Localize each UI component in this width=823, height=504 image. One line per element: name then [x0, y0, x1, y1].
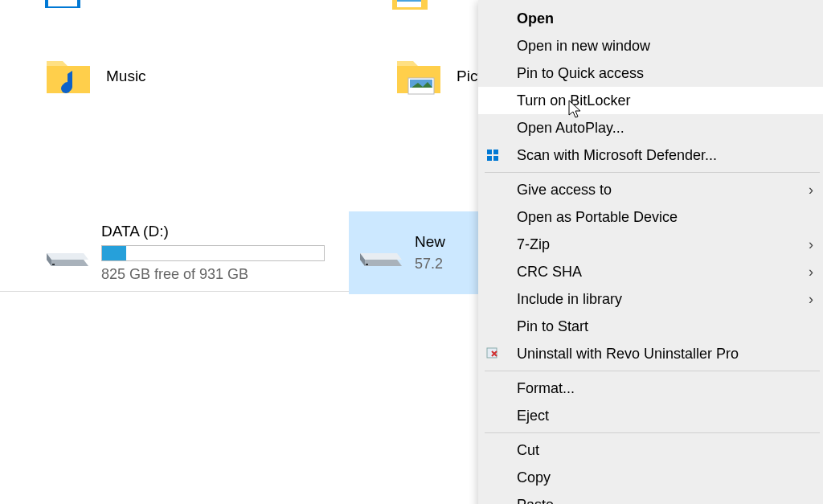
music-folder-icon — [45, 56, 92, 96]
usage-fill — [102, 246, 126, 260]
menu-item-label: Pin to Start — [507, 318, 799, 335]
svg-rect-9 — [366, 264, 368, 265]
menu-item-eject[interactable]: Eject — [478, 402, 823, 429]
pictures-folder-icon — [395, 56, 442, 96]
drive-free-text: 825 GB free of 931 GB — [101, 266, 325, 283]
svg-rect-8 — [52, 264, 55, 265]
drive-item-data[interactable]: DATA (D:) 825 GB free of 931 GB — [35, 211, 331, 294]
menu-item-scan-with-microsoft-defender[interactable]: Scan with Microsoft Defender... — [478, 141, 823, 169]
menu-item-give-access-to[interactable]: Give access to› — [478, 176, 823, 203]
menu-item-turn-on-bitlocker[interactable]: Turn on BitLocker — [478, 87, 823, 114]
submenu-arrow-icon: › — [799, 264, 823, 281]
menu-item-label: Open AutoPlay... — [507, 120, 799, 137]
menu-item-pin-to-start[interactable]: Pin to Start — [478, 313, 823, 340]
menu-item-paste[interactable]: Paste — [478, 491, 823, 504]
menu-separator — [485, 172, 820, 173]
menu-item-label: 7-Zip — [507, 236, 799, 253]
menu-separator — [485, 371, 820, 371]
menu-item-crc-sha[interactable]: CRC SHA› — [478, 258, 823, 285]
drive-icon — [42, 237, 90, 269]
menu-item-label: CRC SHA — [507, 264, 799, 281]
svg-rect-4 — [397, 0, 421, 2]
svg-rect-12 — [487, 156, 492, 161]
menu-item-label: Paste — [507, 497, 799, 505]
folder-item-music[interactable]: Music — [37, 34, 350, 119]
menu-item-include-in-library[interactable]: Include in library› — [478, 285, 823, 313]
menu-item-open-as-portable-device[interactable]: Open as Portable Device — [478, 203, 823, 231]
menu-item-label: Uninstall with Revo Uninstaller Pro — [507, 346, 799, 363]
drive-item-newvol[interactable]: New 57.2 — [349, 211, 493, 294]
menu-item-copy[interactable]: Copy — [478, 464, 823, 491]
menu-item-open[interactable]: Open — [478, 5, 823, 32]
menu-item-label: Turn on BitLocker — [507, 92, 799, 109]
menu-item-label: Open — [507, 10, 799, 27]
svg-point-5 — [61, 84, 71, 93]
context-menu: OpenOpen in new windowPin to Quick acces… — [478, 0, 823, 504]
drive-icon — [355, 237, 403, 269]
menu-item-label: Pin to Quick access — [507, 65, 799, 82]
menu-item-uninstall-with-revo-uninstaller-pro[interactable]: Uninstall with Revo Uninstaller Pro — [478, 340, 823, 367]
menu-item-7-zip[interactable]: 7-Zip› — [478, 231, 823, 258]
svg-rect-10 — [487, 150, 492, 154]
drive-name: DATA (D:) — [101, 223, 325, 240]
folder-label: Music — [106, 68, 146, 85]
drive-name: New — [415, 233, 445, 251]
menu-item-label: Open as Portable Device — [507, 209, 799, 226]
folder-partial-icon — [392, 0, 434, 16]
menu-item-label: Format... — [507, 380, 799, 397]
menu-item-open-autoplay[interactable]: Open AutoPlay... — [478, 114, 823, 141]
submenu-arrow-icon: › — [799, 291, 823, 308]
svg-rect-11 — [493, 150, 498, 154]
submenu-arrow-icon: › — [799, 182, 823, 199]
menu-separator — [485, 432, 820, 433]
folder-partial-icon — [45, 0, 87, 14]
menu-item-format[interactable]: Format... — [478, 375, 823, 402]
submenu-arrow-icon: › — [799, 236, 823, 253]
menu-item-label: Scan with Microsoft Defender... — [507, 147, 799, 164]
menu-item-label: Copy — [507, 469, 799, 486]
menu-item-label: Open in new window — [507, 38, 799, 55]
defender-icon — [478, 148, 507, 162]
drive-free-text: 57.2 — [415, 256, 445, 272]
usage-bar — [101, 245, 325, 261]
svg-rect-13 — [493, 156, 498, 161]
svg-rect-1 — [48, 0, 77, 6]
menu-item-label: Cut — [507, 442, 799, 459]
menu-item-label: Eject — [507, 408, 799, 424]
menu-item-open-in-new-window[interactable]: Open in new window — [478, 32, 823, 59]
revo-icon — [478, 346, 507, 361]
menu-item-cut[interactable]: Cut — [478, 436, 823, 464]
menu-item-pin-to-quick-access[interactable]: Pin to Quick access — [478, 59, 823, 87]
menu-item-label: Give access to — [507, 182, 799, 199]
menu-item-label: Include in library — [507, 291, 799, 308]
